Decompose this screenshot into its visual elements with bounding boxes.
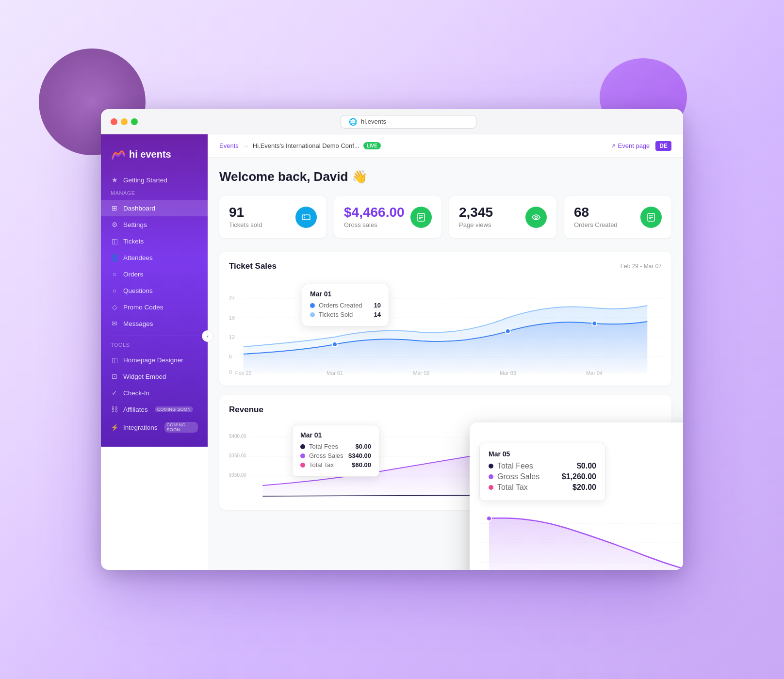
stat-card-gross-sales: $4,466.00 Gross sales xyxy=(334,196,441,238)
address-bar-inner[interactable]: 🌐 hi.events xyxy=(341,115,476,129)
stat-value-orders: 68 xyxy=(574,206,618,219)
stat-card-tickets-sold: 91 Tickets sold xyxy=(219,196,327,238)
popup-tax-value: $20.00 xyxy=(572,483,596,492)
tax-label: Total Tax xyxy=(309,461,334,469)
tooltip-row-tickets: Tickets Sold 14 xyxy=(310,311,381,318)
sidebar-divider xyxy=(111,336,198,336)
stat-info: 91 Tickets sold xyxy=(229,206,262,228)
sidebar-item-label: Getting Started xyxy=(123,177,167,184)
logo-text: hi events xyxy=(111,149,198,160)
browser-chrome: 🌐 hi.events xyxy=(101,109,683,134)
orders-label: Orders Created xyxy=(319,302,362,309)
svg-text:0: 0 xyxy=(229,369,232,375)
language-badge[interactable]: DE xyxy=(655,141,671,151)
traffic-lights xyxy=(111,118,138,125)
stat-value-sales: $4,466.00 xyxy=(344,206,405,219)
traffic-light-red[interactable] xyxy=(111,118,117,125)
popup-fees-dot xyxy=(489,464,493,469)
ticket-sales-chart-container: 24 18 12 6 0 xyxy=(229,279,662,376)
manage-section-label: Manage xyxy=(101,188,208,200)
orders-value: 10 xyxy=(374,302,381,309)
sidebar-item-dashboard[interactable]: ⊞ Dashboard xyxy=(101,200,208,216)
views-stat-icon xyxy=(525,207,547,228)
address-bar: 🌐 hi.events xyxy=(144,115,673,129)
sidebar-item-label: Settings xyxy=(123,221,147,228)
popup-chart-svg: Mar 05 Mar 06 xyxy=(479,509,683,570)
questions-icon: ○ xyxy=(111,287,118,294)
sidebar-item-tickets[interactable]: ◫ Tickets xyxy=(101,233,208,249)
top-nav-actions: ↗ Event page DE xyxy=(611,141,671,151)
sidebar-item-questions[interactable]: ○ Questions xyxy=(101,282,208,299)
tooltip-row-orders: Orders Created 10 xyxy=(310,302,381,309)
svg-point-22 xyxy=(592,321,597,326)
stat-label-views: Page views xyxy=(459,221,493,228)
sidebar-item-affiliates[interactable]: ⛓ Affiliates COMING SOON xyxy=(101,401,208,418)
popup-tax-dot xyxy=(489,485,493,490)
sidebar-item-messages[interactable]: ✉ Messages xyxy=(101,315,208,332)
logo-icon xyxy=(111,149,127,160)
breadcrumb-events[interactable]: Events xyxy=(219,142,239,149)
popup-row-fees: Total Fees $0.00 xyxy=(489,462,596,470)
ticket-sales-tooltip: Mar 01 Orders Created 10 xyxy=(302,284,389,326)
fees-dot xyxy=(300,444,305,449)
traffic-light-green[interactable] xyxy=(131,118,138,125)
stat-card-orders-created: 68 Orders Created xyxy=(564,196,671,238)
stats-grid: 91 Tickets sold $4,466.00 xyxy=(219,196,671,238)
popup-fees-value: $0.00 xyxy=(577,462,596,470)
stat-label-tickets: Tickets sold xyxy=(229,221,262,228)
popup-tooltip-date: Mar 05 xyxy=(489,450,596,458)
svg-text:12: 12 xyxy=(229,334,235,340)
stat-info: 2,345 Page views xyxy=(459,206,493,228)
sidebar-item-label: Promo Codes xyxy=(123,304,163,311)
svg-text:24: 24 xyxy=(229,295,235,301)
sidebar-item-label: Tickets xyxy=(123,238,144,245)
sidebar-item-attendees[interactable]: 👤 Attendees xyxy=(101,249,208,266)
svg-point-20 xyxy=(332,342,337,347)
sidebar-item-label: Widget Embed xyxy=(123,373,166,380)
traffic-light-yellow[interactable] xyxy=(121,118,128,125)
floating-popup: Feb 29 - M Mar 05 Total Fees $0.00 Gross… xyxy=(470,422,683,570)
svg-point-21 xyxy=(506,329,510,334)
star-icon: ★ xyxy=(111,176,118,184)
breadcrumb: Events → Hi.Events's International Demo … xyxy=(219,142,381,149)
address-text: hi.events xyxy=(361,118,386,125)
tooltip-row-tax: Total Tax $60.00 xyxy=(300,461,371,469)
sidebar-item-settings[interactable]: ⚙ Settings xyxy=(101,216,208,233)
svg-point-38 xyxy=(487,516,491,521)
sidebar: hi events ★ Getting Started Manage ⊞ Das… xyxy=(101,134,208,447)
stat-label-orders: Orders Created xyxy=(574,221,618,228)
sidebar-item-label: Orders xyxy=(123,271,143,278)
sidebar-item-promo-codes[interactable]: ◇ Promo Codes xyxy=(101,299,208,315)
sidebar-item-widget-embed[interactable]: ⊡ Widget Embed xyxy=(101,368,208,385)
sidebar-item-integrations[interactable]: ⚡ Integrations COMING SOON xyxy=(101,418,208,437)
sales-stat-icon xyxy=(410,207,432,228)
svg-text:Mar 03: Mar 03 xyxy=(500,370,516,376)
popup-tooltip: Mar 05 Total Fees $0.00 Gross Sales $1,2… xyxy=(479,443,605,501)
page-title: Welcome back, David 👋 xyxy=(219,169,671,184)
tickets-label: Tickets Sold xyxy=(319,311,353,318)
svg-rect-0 xyxy=(302,215,310,220)
sidebar-item-orders[interactable]: ○ Orders xyxy=(101,266,208,282)
stat-card-page-views: 2,345 Page views xyxy=(449,196,556,238)
sidebar-item-label: Check-In xyxy=(123,389,149,397)
svg-text:$400.00: $400.00 xyxy=(229,434,246,439)
sidebar-logo: hi events xyxy=(101,144,208,172)
sidebar-item-label: Integrations xyxy=(123,424,158,431)
tooltip-row-fees: Total Fees $0.00 xyxy=(300,443,371,450)
sidebar-wrapper: hi events ★ Getting Started Manage ⊞ Das… xyxy=(101,134,208,570)
stat-label-sales: Gross sales xyxy=(344,221,405,228)
popup-chart-area: Mar 05 Mar 06 xyxy=(479,509,683,570)
popup-fees-label: Total Fees xyxy=(497,462,533,470)
svg-text:$350.00: $350.00 xyxy=(229,453,246,458)
tickets-icon: ◫ xyxy=(111,237,118,245)
sidebar-item-homepage-designer[interactable]: ◫ Homepage Designer xyxy=(101,352,208,368)
sidebar-item-getting-started[interactable]: ★ Getting Started xyxy=(101,172,208,188)
homepage-icon: ◫ xyxy=(111,356,118,364)
sidebar-item-check-in[interactable]: ✓ Check-In xyxy=(101,385,208,401)
popup-gross-value: $1,260.00 xyxy=(562,472,596,481)
sidebar-collapse-button[interactable]: ‹ xyxy=(202,330,213,342)
tax-dot xyxy=(300,463,305,468)
svg-text:Mar 01: Mar 01 xyxy=(327,370,343,376)
event-page-button[interactable]: ↗ Event page xyxy=(611,142,650,149)
orders-stat-icon xyxy=(640,207,662,228)
